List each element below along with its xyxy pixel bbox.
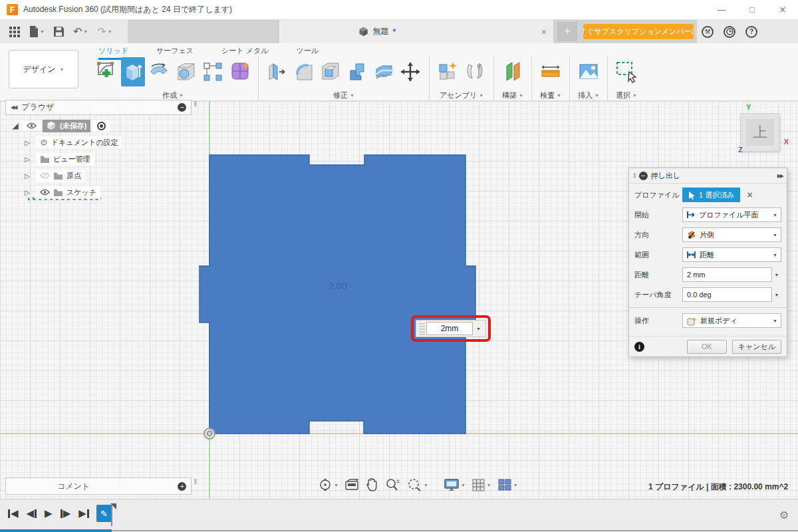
group-modify-label[interactable]: 修正	[333, 90, 348, 100]
tab-close-icon[interactable]: ×	[541, 27, 547, 37]
comment-header[interactable]: コメント +	[5, 477, 192, 495]
viewcube[interactable]: 上 Y X Z	[740, 113, 780, 152]
notifications-button[interactable]	[724, 26, 735, 38]
zoom-button[interactable]: ±	[384, 477, 400, 492]
timeline-settings-gear-icon[interactable]: ⚙	[779, 509, 789, 521]
ok-button[interactable]: OK	[687, 340, 727, 354]
extrude-button[interactable]	[121, 57, 145, 86]
clear-selection-icon[interactable]: ×	[747, 190, 752, 200]
distance-value-input[interactable]: 2mm	[426, 322, 473, 335]
fit-button[interactable]: ▼	[406, 477, 428, 492]
browser-root-row[interactable]: ◢ (未保存)	[5, 119, 196, 132]
collapsed-triangle-icon[interactable]: ▷	[23, 189, 32, 196]
workspace-selector[interactable]: デザイン ▼	[9, 50, 78, 88]
pattern-button[interactable]	[201, 57, 225, 86]
collapsed-triangle-icon[interactable]: ▷	[23, 139, 32, 146]
panel-resize-grip[interactable]: ‖	[194, 100, 196, 108]
collapse-dialog-icon[interactable]: −	[639, 172, 648, 180]
redo-button[interactable]: ↷ ▼	[97, 25, 112, 38]
extent-dropdown[interactable]: 距離 ▼	[682, 247, 781, 262]
taper-angle-input[interactable]: 0.0 deg	[682, 287, 772, 302]
timeline-sketch-feature[interactable]: ✎	[96, 505, 112, 522]
revolve-button[interactable]	[148, 57, 172, 86]
pan-button[interactable]	[365, 477, 378, 492]
chevron-down-icon[interactable]: ▼	[772, 273, 781, 277]
browser-item-origin[interactable]: ▷ 原点	[5, 169, 196, 182]
visibility-toggle[interactable]	[23, 121, 41, 130]
timeline-step-back-button[interactable]: ◀	[27, 507, 37, 519]
drag-handle[interactable]	[419, 322, 425, 335]
eye-icon[interactable]	[40, 189, 50, 196]
collapsed-triangle-icon[interactable]: ▷	[23, 172, 32, 180]
hide-panel-icon[interactable]: −	[178, 103, 186, 112]
create-sketch-button[interactable]	[94, 57, 118, 86]
hole-button[interactable]	[174, 57, 198, 86]
eye-hidden-icon[interactable]	[40, 172, 50, 179]
cancel-button[interactable]: キャンセル	[732, 340, 781, 354]
new-tab-button[interactable]: +	[557, 22, 577, 41]
viewports-button[interactable]: ▼	[497, 478, 518, 491]
group-inspect-label[interactable]: 検査	[540, 90, 555, 100]
fillet-button[interactable]	[292, 57, 316, 86]
start-dropdown[interactable]: プロファイル平面 ▼	[682, 207, 781, 222]
viewcube-top-face[interactable]: 上	[746, 119, 774, 146]
group-insert-label[interactable]: 挿入	[578, 90, 593, 100]
combine-button[interactable]	[345, 57, 369, 86]
orbit-button[interactable]: ▼	[318, 477, 338, 492]
job-status-button[interactable]: ⚒	[702, 26, 714, 38]
browser-header[interactable]: ◀◀ ブラウザ −	[5, 100, 192, 115]
timeline-go-end-button[interactable]: ▶	[78, 507, 89, 519]
insert-image-button[interactable]	[577, 57, 600, 86]
extrude-dialog-header[interactable]: ‖ − 押し出し ▶▶	[629, 168, 787, 184]
joint-button[interactable]	[463, 57, 487, 86]
subscribe-button[interactable]: 今すぐサブスクリプションメンバーに...	[583, 24, 694, 39]
dialog-grip[interactable]: ‖	[633, 172, 636, 180]
chevron-down-icon[interactable]: ▼	[772, 293, 781, 297]
group-construct-label[interactable]: 構築	[502, 90, 517, 100]
file-menu-button[interactable]: ▼	[29, 26, 45, 37]
undo-button[interactable]: ↶ ▼	[73, 25, 88, 38]
move-button[interactable]	[398, 57, 422, 86]
expanded-triangle-icon[interactable]: ◢	[11, 121, 20, 130]
look-at-button[interactable]	[344, 479, 359, 491]
chevron-down-icon[interactable]: ▼	[473, 322, 484, 335]
document-tab[interactable]: 無題 * ×	[279, 20, 553, 43]
group-assemble-label[interactable]: アセンブリ	[440, 90, 477, 100]
profile-selection-button[interactable]: 1 選択済み	[682, 188, 740, 202]
info-icon[interactable]: i	[634, 342, 644, 352]
measure-button[interactable]	[539, 57, 563, 86]
browser-item-sketches[interactable]: ▷ スケッチ	[5, 186, 196, 199]
browser-item-document-settings[interactable]: ▷ ⚙ ドキュメントの設定	[5, 136, 196, 149]
direction-dropdown[interactable]: 片側 ▼	[682, 227, 781, 242]
maximize-button[interactable]: □	[737, 1, 767, 19]
timeline-step-forward-button[interactable]: ▶	[61, 507, 71, 519]
close-button[interactable]: ×	[767, 1, 798, 19]
shell-button[interactable]	[319, 57, 342, 86]
expand-dialog-icon[interactable]: ▶▶	[777, 173, 783, 179]
split-body-button[interactable]	[372, 57, 396, 86]
timeline-go-start-button[interactable]: ◀	[8, 507, 19, 519]
select-button[interactable]	[614, 57, 638, 86]
help-button[interactable]: ?	[745, 26, 757, 38]
timeline-play-button[interactable]: ▶	[45, 507, 53, 519]
display-settings-button[interactable]: ▼	[444, 478, 466, 491]
create-form-button[interactable]	[227, 57, 251, 86]
press-pull-button[interactable]	[265, 57, 289, 86]
viewport-canvas[interactable]: 2.00 上 Y X Z 2mm ▼ ◀◀ ブラウザ − ‖ ◢	[0, 101, 798, 499]
panel-resize-grip[interactable]: ‖	[194, 477, 196, 485]
save-button[interactable]	[54, 27, 64, 37]
minimize-button[interactable]: —	[706, 1, 737, 19]
app-grid-icon[interactable]	[9, 27, 20, 37]
group-create-label[interactable]: 作成	[162, 90, 177, 100]
group-select-label[interactable]: 選択	[616, 90, 630, 100]
activate-radio[interactable]	[93, 120, 110, 132]
distance-input[interactable]: 2 mm	[682, 267, 772, 282]
add-comment-icon[interactable]: +	[178, 482, 186, 491]
grid-settings-button[interactable]: ▼	[471, 478, 491, 492]
new-component-button[interactable]	[436, 57, 460, 86]
browser-item-named-views[interactable]: ▷ ビュー管理	[5, 152, 196, 166]
operation-dropdown[interactable]: 新規ボディ ▼	[682, 313, 781, 328]
origin-marker-icon[interactable]	[201, 426, 217, 442]
construct-plane-button[interactable]	[501, 57, 525, 86]
collapse-panel-icon[interactable]: ◀◀	[11, 104, 16, 110]
